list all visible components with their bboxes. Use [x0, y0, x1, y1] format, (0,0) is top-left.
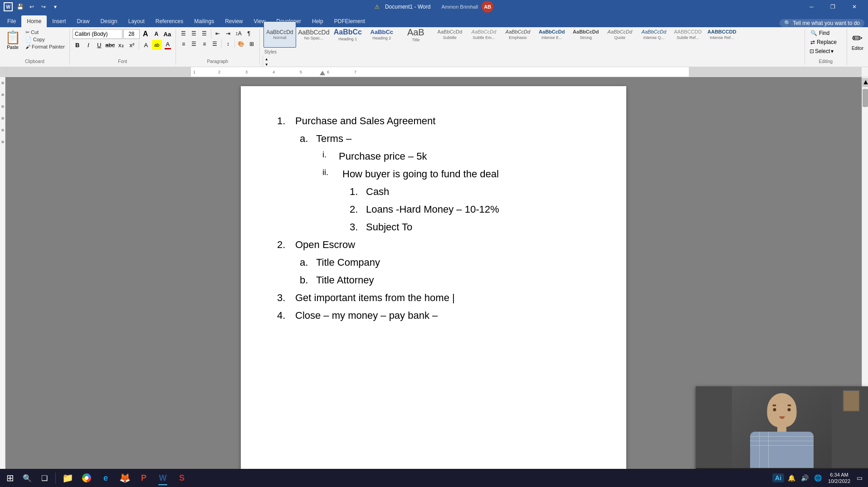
- cut-button[interactable]: ✂ Cut: [24, 29, 67, 36]
- superscript-btn[interactable]: x²: [127, 40, 137, 50]
- sort-btn[interactable]: ↕A: [234, 29, 244, 38]
- strikethrough-btn[interactable]: abc: [105, 40, 115, 50]
- start-btn[interactable]: ⊞: [2, 470, 18, 486]
- style-intense-q[interactable]: AaBbCcDd Intense Q...: [638, 21, 670, 48]
- notification-icon[interactable]: 🔔: [786, 472, 797, 483]
- tab-insert[interactable]: Insert: [47, 15, 71, 27]
- style-intense-e[interactable]: AaBbCcDd Intense E...: [536, 21, 568, 48]
- taskbar-firefox[interactable]: 🦊: [116, 470, 134, 486]
- format-painter-button[interactable]: 🖌 Format Painter: [24, 44, 67, 50]
- subscript-btn[interactable]: x₂: [116, 40, 126, 50]
- list-item: i. Purchase price – 5k: [277, 149, 590, 164]
- list-item: 3. Subject To: [277, 219, 590, 234]
- tab-mailings[interactable]: Mailings: [189, 15, 219, 27]
- style-title[interactable]: AaB Title: [400, 21, 432, 48]
- shading-btn[interactable]: 🎨: [236, 39, 246, 49]
- show-desktop-icon[interactable]: ▭: [855, 472, 864, 483]
- tab-design[interactable]: Design: [95, 15, 122, 27]
- ruler-right-margin: [689, 67, 862, 77]
- bold-btn[interactable]: B: [73, 40, 83, 50]
- style-heading2[interactable]: AaBbCc Heading 2: [366, 21, 398, 48]
- style-emphasis-name: Emphasis: [509, 35, 527, 40]
- taskbar-edge[interactable]: e: [97, 470, 115, 486]
- search-btn[interactable]: 🔍: [19, 470, 35, 486]
- style-intense-ref[interactable]: AaBBCCDd Intense Ref...: [706, 21, 738, 48]
- style-subtle-em[interactable]: AaBbCcDd Subtle Em...: [468, 21, 500, 48]
- volume-icon[interactable]: 🔊: [799, 472, 810, 483]
- style-heading1-name: Heading 1: [338, 37, 357, 41]
- show-hide-btn[interactable]: ¶: [244, 29, 254, 38]
- style-subtitle[interactable]: AaBbCcDd Subtitle: [434, 21, 466, 48]
- tab-draw[interactable]: Draw: [71, 15, 95, 27]
- paste-button[interactable]: 📋 Paste: [3, 29, 23, 51]
- grow-font-btn[interactable]: A: [141, 29, 151, 39]
- task-view-btn[interactable]: ❑: [36, 470, 53, 486]
- style-strong[interactable]: AaBbCcDd Strong: [570, 21, 602, 48]
- undo-quick-btn[interactable]: ↩: [26, 1, 37, 12]
- tab-home[interactable]: Home: [21, 15, 47, 27]
- font-color-btn[interactable]: A: [163, 40, 173, 50]
- font-content: A A Aa B I U abc x₂ x² A ab A: [73, 29, 173, 58]
- numbering-btn[interactable]: ☰: [189, 29, 199, 38]
- justify-btn[interactable]: ☰: [210, 39, 220, 49]
- tab-file[interactable]: File: [2, 15, 21, 27]
- find-btn[interactable]: 🔍 Find: [808, 29, 844, 37]
- shrink-font-btn[interactable]: A: [151, 29, 161, 39]
- text-effects-btn[interactable]: A: [141, 40, 151, 50]
- italic-btn[interactable]: I: [83, 40, 93, 50]
- list-marker: 3.: [350, 219, 366, 234]
- editing-group: 🔍 Find ⇄ Replace ⊡ Select ▾ Editing: [805, 29, 847, 65]
- styles-scroll-down[interactable]: ▼: [264, 62, 269, 67]
- increase-indent-btn[interactable]: ⇥: [223, 29, 233, 38]
- margin-mark-6: [1, 141, 4, 143]
- copy-button[interactable]: 📄 Copy: [24, 36, 67, 43]
- tab-references[interactable]: References: [150, 15, 189, 27]
- style-quote[interactable]: AaBbCcDd Quote: [604, 21, 636, 48]
- border-btn[interactable]: ⊞: [247, 39, 257, 49]
- select-dropdown[interactable]: ⊡ Select ▾: [808, 47, 844, 55]
- ai-btn[interactable]: Ai: [772, 473, 784, 482]
- redo-quick-btn[interactable]: ↪: [38, 1, 49, 12]
- clear-format-btn[interactable]: Aa: [162, 29, 172, 39]
- document-page[interactable]: 1. Purchase and Sales Agreement a. Terms…: [241, 86, 626, 477]
- restore-btn[interactable]: ❐: [823, 0, 843, 14]
- align-right-btn[interactable]: ≡: [200, 39, 210, 49]
- style-no-spacing[interactable]: AaBbCcDd No Spac...: [297, 21, 330, 48]
- tab-review[interactable]: Review: [219, 15, 248, 27]
- taskbar-slides[interactable]: S: [173, 470, 191, 486]
- style-heading1[interactable]: AaBbCc Heading 1: [332, 21, 364, 48]
- find-label: Find: [819, 30, 829, 36]
- underline-btn[interactable]: U: [94, 40, 104, 50]
- align-center-btn[interactable]: ☰: [189, 39, 199, 49]
- style-no-spacing-name: No Spac...: [304, 36, 323, 40]
- text-highlight-btn[interactable]: ab: [152, 40, 162, 50]
- bullets-btn[interactable]: ☰: [179, 29, 189, 38]
- decrease-indent-btn[interactable]: ⇤: [213, 29, 223, 38]
- line-spacing-btn[interactable]: ↕: [223, 39, 233, 49]
- style-strong-preview: AaBbCcDd: [573, 29, 599, 35]
- multilevel-btn[interactable]: ☰: [200, 29, 210, 38]
- network-icon[interactable]: 🌐: [812, 472, 824, 483]
- align-left-btn[interactable]: ≡: [179, 39, 189, 49]
- taskbar-file-explorer[interactable]: 📁: [59, 470, 77, 486]
- customize-quick-btn[interactable]: ▾: [50, 1, 61, 12]
- replace-btn[interactable]: ⇄ Replace: [808, 38, 844, 46]
- scroll-up-btn[interactable]: ▲: [862, 78, 868, 87]
- style-emphasis[interactable]: AaBbCcDd Emphasis: [502, 21, 534, 48]
- style-normal[interactable]: AaBbCcDd Normal: [263, 21, 296, 48]
- save-quick-btn[interactable]: 💾: [15, 1, 25, 12]
- editor-btn[interactable]: ✏ Editor: [850, 29, 865, 53]
- style-subtle-ref[interactable]: AaBbCcDd Subtle Ref...: [672, 21, 704, 48]
- font-name-input[interactable]: [73, 29, 122, 39]
- minimize-btn[interactable]: ─: [801, 0, 822, 14]
- taskbar-word[interactable]: W: [154, 470, 172, 486]
- clock[interactable]: 6:34 AM 10/2/2022: [825, 471, 853, 486]
- styles-scroll-up[interactable]: ▲: [264, 56, 269, 62]
- close-btn[interactable]: ✕: [844, 0, 864, 14]
- font-size-input[interactable]: [123, 29, 140, 39]
- scroll-thumb[interactable]: [863, 89, 868, 107]
- taskbar-chrome[interactable]: [78, 470, 96, 486]
- doc-content[interactable]: 1. Purchase and Sales Agreement a. Terms…: [277, 113, 590, 323]
- tab-layout[interactable]: Layout: [123, 15, 150, 27]
- taskbar-powerpoint[interactable]: P: [135, 470, 153, 486]
